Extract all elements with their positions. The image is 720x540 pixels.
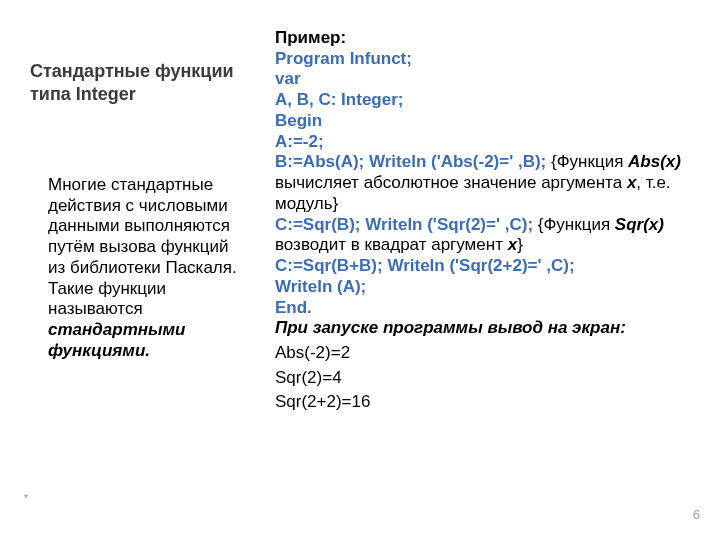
code-line-6: B:=Abs(A); Writeln ('Abs(-2)=' ,B); {Фун… [275,152,695,214]
output-header: При запуске программы вывод на экран: [275,318,695,339]
code-6a: B:=Abs(A); Writeln ('Abs(-2)=' ,B); [275,152,546,171]
slide-title: Стандартные функции типа Integer [30,60,245,105]
code-line-8: C:=Sqr(B+B); Writeln ('Sqr(2+2)=' ,C); [275,256,695,277]
code-7a: C:=Sqr(B); Writeln ('Sqr(2)=' ,C); [275,215,533,234]
code-line-2: var [275,69,695,90]
comment-6b3: вычисляет абсолютное значение аргумента [275,173,627,192]
comment-7b4: x [508,235,517,254]
code-line-3: A, B, C: Integer; [275,90,695,111]
example-header: Пример: [275,28,695,49]
example-block: Пример: Program Infunct; var A, B, C: In… [275,28,695,413]
output-line-1: Abs(-2)=2 [275,343,695,364]
comment-7b1: {Функция [533,215,615,234]
code-line-4: Begin [275,111,695,132]
left-paragraph: Многие стандартные действия с числовыми … [30,175,245,362]
comment-6b2: Abs(x) [628,152,681,171]
output-line-2: Sqr(2)=4 [275,368,695,389]
comment-6b1: {Функция [546,152,628,171]
comment-7b5: } [517,235,523,254]
page-number: 6 [693,507,700,522]
code-line-7: C:=Sqr(B); Writeln ('Sqr(2)=' ,C); {Функ… [275,215,695,256]
code-line-9: Writeln (A); [275,277,695,298]
comment-7b2: Sqr(x) [615,215,664,234]
bullet-marker: * [24,493,28,504]
comment-7b3: возводит в квадрат аргумент [275,235,508,254]
code-line-10: End. [275,298,695,319]
code-line-1: Program Infunct; [275,49,695,70]
paragraph-text: Многие стандартные действия с числовыми … [48,175,237,318]
code-line-5: A:=-2; [275,132,695,153]
output-line-3: Sqr(2+2)=16 [275,392,695,413]
comment-6b4: x [627,173,636,192]
paragraph-emphasis: стандартными функциями. [48,320,186,360]
